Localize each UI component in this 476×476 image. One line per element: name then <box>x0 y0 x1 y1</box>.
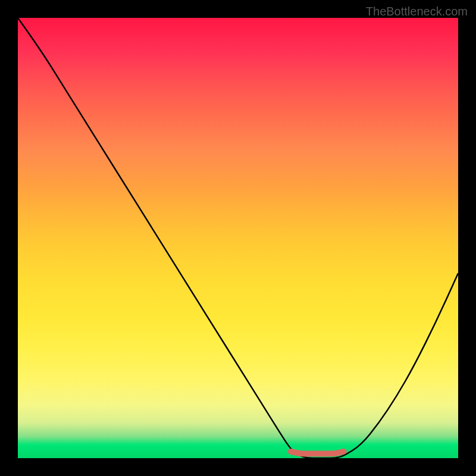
watermark-text: TheBottleneck.com <box>366 5 468 18</box>
chart-container <box>18 18 458 458</box>
bottleneck-curve-path <box>18 18 458 458</box>
optimal-marker-path <box>291 452 344 454</box>
chart-svg <box>18 18 458 458</box>
